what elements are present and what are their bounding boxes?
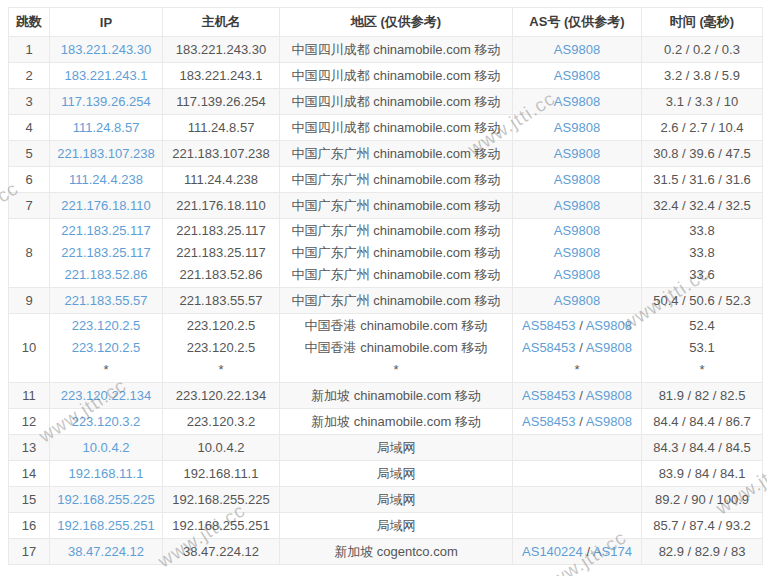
- cell-line: 4: [12, 117, 46, 139]
- cell-line: 30.8 / 39.6 / 47.5: [645, 143, 759, 165]
- cell-line: 117.139.26.254: [53, 91, 159, 113]
- cell-text: 新加坡 chinamobile.com 移动: [311, 388, 481, 403]
- cell-line: AS9808: [516, 290, 638, 312]
- cell-text: 10.0.4.2: [198, 440, 245, 455]
- ip-link[interactable]: 117.139.26.254: [61, 94, 150, 109]
- table-row: 7221.176.18.110221.176.18.110中国广东广州 chin…: [9, 193, 763, 219]
- cell-text: 局域网: [377, 466, 416, 481]
- ip-link[interactable]: 38.47.224.12: [68, 544, 144, 559]
- host-cell: 183.221.243.1: [163, 63, 280, 89]
- cell-line: 53.1: [645, 337, 759, 359]
- cell-line: 中国广东广州 chinamobile.com 移动: [283, 290, 509, 312]
- ip-link[interactable]: 221.183.52.86: [64, 267, 147, 282]
- cell-line: 221.183.25.117: [166, 220, 276, 242]
- ip-link[interactable]: 223.120.3.2: [72, 414, 141, 429]
- as-link[interactable]: AS9808: [554, 146, 600, 161]
- cell-line: 221.183.55.57: [166, 290, 276, 312]
- ip-link[interactable]: 192.168.255.251: [57, 518, 155, 533]
- cell-text: 中国广东广州 chinamobile.com 移动: [292, 198, 501, 213]
- cell-text: 3: [25, 94, 32, 109]
- as-link[interactable]: AS58453: [522, 388, 576, 403]
- cell-line: AS9808: [516, 39, 638, 61]
- cell-line: 221.183.55.57: [53, 290, 159, 312]
- as-link[interactable]: AS9808: [554, 42, 600, 57]
- column-header: 地区 (仅供参考): [280, 8, 513, 37]
- as-link[interactable]: AS9808: [554, 245, 600, 260]
- cell-text: 52.4: [689, 318, 714, 333]
- ip-link[interactable]: 183.221.243.30: [61, 42, 151, 57]
- region-cell: 中国香港 chinamobile.com 移动中国香港 chinamobile.…: [280, 314, 513, 383]
- as-link[interactable]: AS9808: [554, 172, 600, 187]
- ip-link[interactable]: 223.120.22.134: [61, 388, 151, 403]
- cell-line: 3.1 / 3.3 / 10: [645, 91, 759, 113]
- as-cell: AS9808: [513, 89, 642, 115]
- ip-cell: 111.24.4.238: [50, 167, 163, 193]
- table-row: 15192.168.255.225192.168.255.225局域网89.2 …: [9, 487, 763, 513]
- cell-line: 新加坡 chinamobile.com 移动: [283, 411, 509, 433]
- column-header: 时间 (毫秒): [642, 8, 763, 37]
- table-row: 5221.183.107.238221.183.107.238中国广东广州 ch…: [9, 141, 763, 167]
- as-link[interactable]: AS9808: [554, 198, 600, 213]
- cell-text: 84.3 / 84.4 / 84.5: [653, 440, 751, 455]
- as-link[interactable]: AS9808: [554, 293, 600, 308]
- cell-line: 223.120.2.5: [166, 315, 276, 337]
- cell-line: AS140224 / AS174: [516, 541, 638, 563]
- cell-text: *: [574, 362, 579, 377]
- cell-line: 33.8: [645, 220, 759, 242]
- ip-link[interactable]: 192.168.11.1: [69, 466, 144, 481]
- cell-line: 14: [12, 463, 46, 485]
- ip-cell: 111.24.8.57: [50, 115, 163, 141]
- ip-link[interactable]: 223.120.2.5: [72, 318, 141, 333]
- as-link[interactable]: AS9808: [554, 120, 600, 135]
- ip-link[interactable]: 221.183.25.117: [61, 245, 150, 260]
- as-link[interactable]: AS9808: [586, 414, 632, 429]
- cell-line: AS9808: [516, 220, 638, 242]
- cell-line: 5: [12, 143, 46, 165]
- as-link[interactable]: AS9808: [554, 68, 600, 83]
- ip-link[interactable]: 192.168.255.225: [57, 492, 155, 507]
- cell-line: 中国广东广州 chinamobile.com 移动: [283, 169, 509, 191]
- as-link[interactable]: AS58453: [522, 414, 576, 429]
- cell-text: 1: [25, 42, 32, 57]
- ip-link[interactable]: 221.183.107.238: [57, 146, 155, 161]
- ip-cell: 192.168.11.1: [50, 461, 163, 487]
- table-row: 9221.183.55.57221.183.55.57中国广东广州 chinam…: [9, 288, 763, 314]
- cell-line: 局域网: [283, 437, 509, 459]
- table-row: 16192.168.255.251192.168.255.251局域网85.7 …: [9, 513, 763, 539]
- ip-link[interactable]: 111.24.8.57: [73, 120, 140, 135]
- ip-cell: 183.221.243.30: [50, 37, 163, 63]
- hop-cell: 1: [9, 37, 50, 63]
- ip-cell: 117.139.26.254: [50, 89, 163, 115]
- as-link[interactable]: AS9808: [554, 267, 600, 282]
- region-cell: 中国四川成都 chinamobile.com 移动: [280, 37, 513, 63]
- as-link[interactable]: AS9808: [586, 388, 632, 403]
- ip-cell: 38.47.224.12: [50, 539, 163, 565]
- cell-line: 7: [12, 195, 46, 217]
- as-link[interactable]: AS9808: [586, 318, 632, 333]
- ip-link[interactable]: 221.183.55.57: [64, 293, 147, 308]
- ip-link[interactable]: 111.24.4.238: [69, 172, 143, 187]
- cell-line: 192.168.255.225: [53, 489, 159, 511]
- cell-line: 83.9 / 84 / 84.1: [645, 463, 759, 485]
- as-link[interactable]: AS140224: [522, 544, 583, 559]
- ip-link[interactable]: 221.183.25.117: [61, 223, 150, 238]
- time-cell: 83.9 / 84 / 84.1: [642, 461, 763, 487]
- hop-cell: 9: [9, 288, 50, 314]
- ip-link[interactable]: 10.0.4.2: [83, 440, 130, 455]
- as-link[interactable]: AS58453: [522, 340, 576, 355]
- as-link[interactable]: AS9808: [554, 223, 600, 238]
- as-link[interactable]: AS9808: [554, 94, 600, 109]
- table-body: 1183.221.243.30183.221.243.30中国四川成都 chin…: [9, 37, 763, 565]
- hop-cell: 2: [9, 63, 50, 89]
- as-link[interactable]: AS174: [593, 544, 632, 559]
- ip-link[interactable]: 183.221.243.1: [64, 68, 147, 83]
- region-cell: 中国广东广州 chinamobile.com 移动: [280, 193, 513, 219]
- ip-link[interactable]: 223.120.2.5: [72, 340, 141, 355]
- ip-link[interactable]: 221.176.18.110: [61, 198, 150, 213]
- as-link[interactable]: AS58453: [522, 318, 576, 333]
- cell-line: 221.176.18.110: [53, 195, 159, 217]
- region-cell: 中国广东广州 chinamobile.com 移动: [280, 141, 513, 167]
- as-link[interactable]: AS9808: [586, 340, 632, 355]
- time-cell: 2.6 / 2.7 / 10.4: [642, 115, 763, 141]
- host-cell: 111.24.4.238: [163, 167, 280, 193]
